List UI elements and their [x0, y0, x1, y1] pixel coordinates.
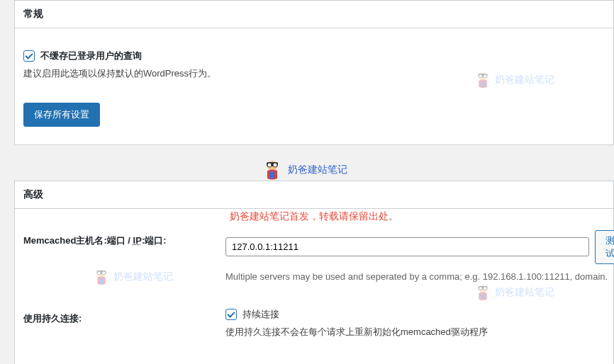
svg-point-2	[267, 163, 272, 167]
red-notice: 奶爸建站笔记首发，转载请保留出处。	[15, 209, 613, 230]
watermark-center: 奶爸建站笔记	[261, 159, 347, 181]
no-cache-desc: 建议启用此选项以保持默认的WordPress行为。	[23, 67, 605, 81]
general-panel-body: 不缓存已登录用户的查询 建议启用此选项以保持默认的WordPress行为。 保存…	[15, 28, 613, 144]
persistent-row: 使用持久连接: 持续连接 使用持久连接不会在每个请求上重新初始化memcache…	[15, 297, 613, 353]
persistent-checkbox-label[interactable]: 持续连接	[242, 308, 279, 321]
persistent-field: 持续连接 使用持久连接不会在每个请求上重新初始化memcached驱动程序	[225, 308, 605, 339]
no-cache-logged-in-row: 不缓存已登录用户的查询	[23, 50, 605, 62]
test-button[interactable]: 测试	[595, 230, 614, 264]
mascot-icon	[261, 159, 284, 181]
no-cache-logged-in-checkbox[interactable]	[23, 50, 35, 62]
general-panel-title: 常规	[15, 1, 613, 28]
advanced-panel: 高级 奶爸建站笔记首发，转载请保留出处。 Memcached主机名:端口 / I…	[14, 181, 614, 364]
no-cache-logged-in-label[interactable]: 不缓存已登录用户的查询	[40, 50, 142, 62]
persistent-desc: 使用持久连接不会在每个请求上重新初始化memcached驱动程序	[225, 325, 605, 339]
ip-abbr: IP	[133, 235, 142, 246]
memcached-hint: Multiple servers may be used and seperat…	[225, 270, 614, 284]
watermark-center-text: 奶爸建站笔记	[288, 164, 347, 176]
persistent-label: 使用持久连接:	[23, 308, 225, 339]
persistent-checkbox[interactable]	[225, 309, 237, 320]
memcached-label: Memcached主机名:端口 / IP:端口:	[23, 230, 225, 284]
autodiscovery-row: 节点自动发现: Amazon Node Auto Discovery Elast…	[15, 353, 613, 364]
advanced-panel-title: 高级	[15, 181, 613, 209]
svg-point-3	[273, 163, 277, 167]
memcached-field: 测试 Multiple servers may be used and sepe…	[225, 230, 614, 284]
general-panel: 常规 不缓存已登录用户的查询 建议启用此选项以保持默认的WordPress行为。…	[14, 0, 614, 145]
svg-rect-4	[270, 171, 274, 178]
save-all-button[interactable]: 保存所有设置	[23, 103, 100, 127]
memcached-row: Memcached主机名:端口 / IP:端口: 测试 Multiple ser…	[15, 230, 613, 298]
memcached-host-input[interactable]	[225, 237, 589, 256]
